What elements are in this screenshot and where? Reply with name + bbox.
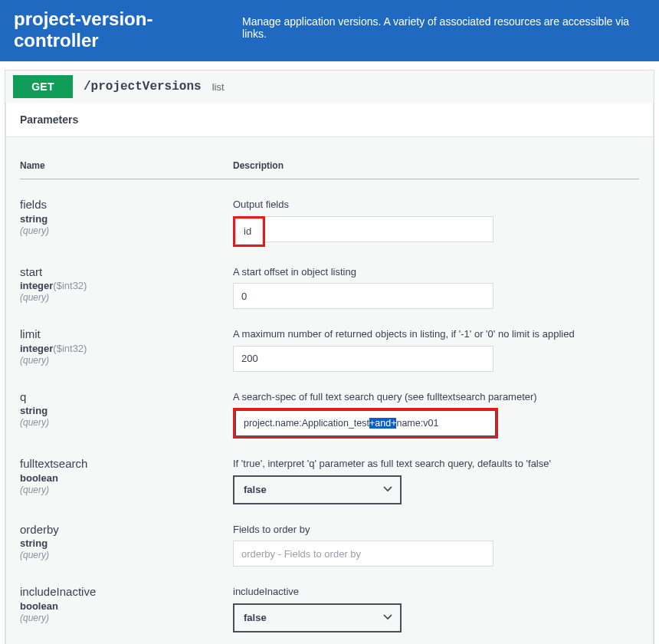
http-method-badge: GET bbox=[13, 75, 73, 98]
includeinactive-select[interactable]: false bbox=[233, 603, 402, 632]
controller-header: project-version-controller Manage applic… bbox=[0, 0, 659, 61]
param-type: integer bbox=[20, 343, 53, 354]
param-type: string bbox=[20, 213, 48, 225]
param-in: (query) bbox=[20, 485, 233, 495]
param-row-fields: fields string (query) Output fields bbox=[20, 190, 639, 258]
param-name: includeInactive bbox=[20, 585, 233, 600]
params-table-header: Name Description bbox=[20, 160, 639, 179]
param-name: q bbox=[20, 390, 233, 405]
operation-summary-row[interactable]: GET /projectVersions list bbox=[5, 71, 654, 103]
select-value: false bbox=[244, 612, 267, 623]
param-in: (query) bbox=[20, 355, 233, 366]
orderby-input[interactable] bbox=[233, 540, 493, 567]
param-in: (query) bbox=[20, 613, 233, 623]
param-in: (query) bbox=[20, 292, 233, 303]
param-description: A maximum number of returned objects in … bbox=[233, 327, 639, 341]
param-row-limit: limit integer($int32) (query) A maximum … bbox=[20, 320, 639, 383]
param-type: string bbox=[20, 405, 48, 416]
param-row-orderby: orderby string (query) Fields to order b… bbox=[20, 515, 639, 578]
param-description: A start offset in object listing bbox=[233, 265, 639, 279]
param-row-fulltextsearch: fulltextsearch boolean (query) If 'true'… bbox=[20, 449, 639, 515]
fields-input[interactable] bbox=[235, 219, 263, 245]
param-name: fulltextsearch bbox=[20, 457, 233, 472]
param-row-q: q string (query) A search-spec of full t… bbox=[20, 383, 639, 450]
param-name: fields bbox=[20, 198, 233, 212]
fulltextsearch-select[interactable]: false bbox=[233, 475, 402, 504]
q-input[interactable]: project.name:Application_test+and+name:v… bbox=[235, 410, 496, 436]
parameters-heading: Parameters bbox=[6, 103, 653, 137]
param-format: ($int32) bbox=[53, 343, 87, 354]
param-type: boolean bbox=[20, 472, 58, 484]
param-description: includeInactive bbox=[233, 585, 639, 599]
param-name: orderby bbox=[20, 523, 233, 537]
parameters-section: Parameters Name Description fields strin… bbox=[5, 103, 654, 644]
operation-summary: list bbox=[212, 81, 225, 93]
column-header-name: Name bbox=[20, 160, 233, 171]
operation-path: /projectVersions bbox=[84, 80, 202, 94]
param-description: A search-spec of full text search query … bbox=[233, 390, 639, 404]
param-row-includeinactive: includeInactive boolean (query) includeI… bbox=[20, 577, 639, 643]
chevron-down-icon bbox=[383, 486, 391, 494]
param-in: (query) bbox=[20, 550, 233, 560]
highlight-frame: project.name:Application_test+and+name:v… bbox=[233, 408, 498, 439]
parameters-body: Name Description fields string (query) O… bbox=[6, 137, 653, 644]
param-name: limit bbox=[20, 327, 233, 342]
start-input[interactable] bbox=[233, 283, 493, 309]
param-type: integer bbox=[20, 280, 53, 291]
param-description: Fields to order by bbox=[233, 523, 639, 537]
fields-input-rest[interactable] bbox=[265, 216, 493, 242]
param-description: If 'true', interpret 'q' parameter as fu… bbox=[233, 457, 639, 471]
q-value-prefix: project.name:Application_test bbox=[244, 418, 369, 429]
param-in: (query) bbox=[20, 417, 233, 428]
limit-input[interactable] bbox=[233, 346, 493, 372]
q-value-selection: +and+ bbox=[369, 418, 396, 429]
controller-subtitle: Manage application versions. A variety o… bbox=[242, 15, 645, 40]
controller-title: project-version-controller bbox=[14, 8, 231, 51]
param-name: start bbox=[20, 265, 233, 280]
param-type: boolean bbox=[20, 600, 58, 612]
operation-block: GET /projectVersions list Parameters Nam… bbox=[5, 70, 654, 644]
q-value-suffix: name:v01 bbox=[396, 418, 438, 429]
highlight-frame bbox=[233, 216, 265, 247]
param-description: Output fields bbox=[233, 198, 639, 212]
chevron-down-icon bbox=[383, 614, 391, 622]
param-row-start: start integer($int32) (query) A start of… bbox=[20, 258, 639, 320]
param-format: ($int32) bbox=[53, 280, 87, 291]
column-header-description: Description bbox=[233, 160, 639, 171]
param-type: string bbox=[20, 537, 48, 549]
select-value: false bbox=[244, 484, 267, 495]
param-in: (query) bbox=[20, 225, 233, 236]
